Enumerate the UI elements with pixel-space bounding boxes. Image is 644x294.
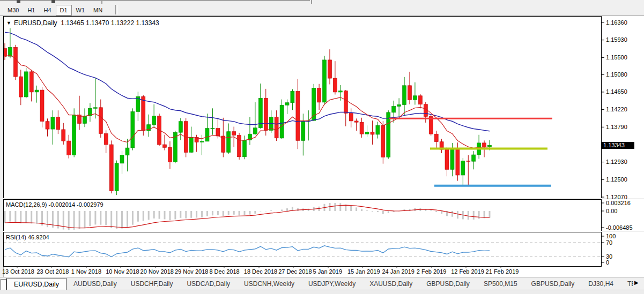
date-tick: 1 Nov 2018 bbox=[71, 268, 101, 275]
date-tick: 29 Nov 2018 bbox=[175, 268, 208, 275]
collapse-quote-arrow[interactable]: ▼ bbox=[6, 20, 11, 26]
date-tick: 15 Jan 2019 bbox=[347, 268, 380, 275]
price-tick: 1.15930 bbox=[606, 36, 627, 43]
price-tick: 1.14650 bbox=[606, 88, 627, 95]
date-tick: 24 Jan 2019 bbox=[382, 268, 414, 275]
macd-tick: 0.00 bbox=[606, 208, 617, 214]
rsi-tick: 70 bbox=[606, 239, 612, 246]
price-tick: 1.13790 bbox=[606, 124, 627, 130]
date-tick: 20 Nov 2018 bbox=[140, 268, 174, 275]
date-tick: 21 Feb 2019 bbox=[486, 268, 519, 275]
chart-canvas[interactable] bbox=[0, 0, 644, 294]
date-tick: 13 Oct 2018 bbox=[2, 268, 34, 275]
tab-scroll-right-arrow[interactable]: ▶ bbox=[634, 280, 639, 285]
date-tick: 10 Nov 2018 bbox=[106, 268, 139, 275]
price-tick: 1.15500 bbox=[606, 54, 627, 61]
rsi-tick: 100 bbox=[606, 233, 616, 239]
date-tick: 12 Feb 2019 bbox=[451, 268, 484, 275]
price-tick: 1.12930 bbox=[606, 159, 627, 165]
date-tick: 27 Dec 2018 bbox=[278, 268, 312, 275]
price-tick: 1.14220 bbox=[606, 106, 627, 112]
bid-price-label: 1.13343 bbox=[602, 142, 634, 149]
price-tick: 1.16360 bbox=[606, 19, 627, 26]
date-tick: 2 Feb 2019 bbox=[417, 268, 447, 275]
rsi-label: RSI(14) 46.9204 bbox=[6, 234, 49, 240]
date-tick: 8 Dec 2018 bbox=[209, 268, 239, 275]
mt4-window: M30H1H4D1W1MN ▼EURUSD,Daily 1.13465 1.13… bbox=[0, 0, 644, 294]
symbol-timeframe-label: EURUSD,Daily bbox=[14, 19, 57, 27]
ohlc-values: 1.13465 1.13470 1.13222 1.13343 bbox=[61, 19, 159, 27]
macd-tick: -0.006485 bbox=[606, 224, 633, 231]
macd-label: MACD(12,26,9) -0.002014 -0.002979 bbox=[6, 201, 103, 208]
price-tick: 1.15080 bbox=[606, 71, 627, 78]
date-tick: 18 Dec 2018 bbox=[244, 268, 277, 275]
price-tick: 1.12500 bbox=[606, 176, 627, 183]
rsi-tick: 0 bbox=[606, 259, 609, 266]
chart-title: ▼EURUSD,Daily 1.13465 1.13470 1.13222 1.… bbox=[6, 19, 159, 27]
candles-series bbox=[3, 28, 492, 195]
date-tick: 5 Jan 2019 bbox=[313, 268, 342, 275]
date-tick: 23 Oct 2018 bbox=[36, 268, 69, 275]
macd-tick: 0.003216 bbox=[606, 200, 631, 206]
